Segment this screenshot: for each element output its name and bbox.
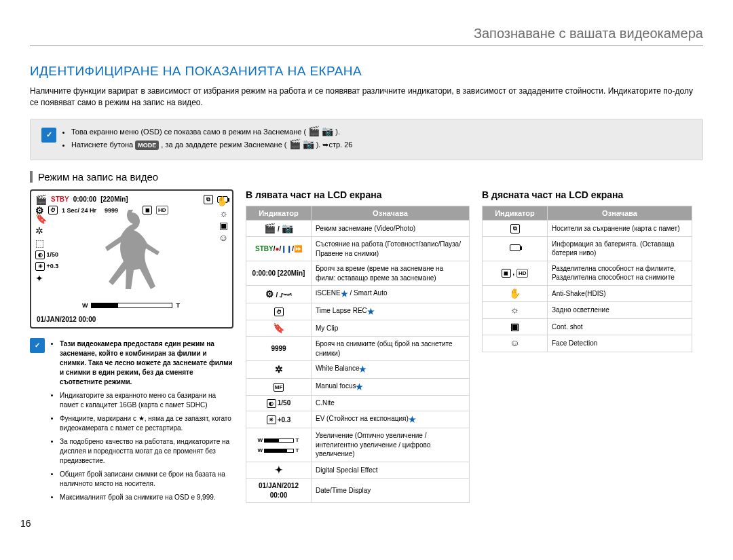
sub-notes: ✓ Тази видеокамера предоставя един режим… [30, 338, 233, 502]
mode-pill: MODE [135, 141, 159, 150]
cell-indicator: 0:00:00 [220Min] [246, 261, 312, 286]
cell-meaning: Manual focus★ [312, 378, 470, 395]
photo-icon: 📷 [282, 223, 293, 233]
sub-note-item: Функциите, маркирани с ★, няма да се зап… [60, 414, 233, 433]
cell-meaning: Брояч на снимките (общ брой на заснетите… [312, 337, 470, 361]
left-lcd-title: В лявата част на LCD екрана [246, 189, 470, 200]
th-meaning: Означава [312, 206, 470, 220]
smart-icon: ᔑᵐᵃʳᵗ [280, 293, 292, 299]
backlight-icon: ☼ [219, 208, 228, 218]
note-item: Натиснете бутона MODE , за да зададете р… [71, 139, 692, 151]
card-icon: ⧉ [510, 224, 520, 234]
myclip-icon: 🔖 [35, 214, 58, 223]
cell-meaning: iSCENE★ / Smart Auto [312, 286, 470, 303]
hd-icon: HD [516, 269, 529, 278]
right-icon-stack: ✋ ☼ ▣ ☺ [217, 196, 228, 242]
sub-note-item: Индикаторите за екранното меню са базира… [60, 391, 233, 410]
stby-label: STBY [51, 195, 69, 203]
ev-icon: ☀ [267, 415, 276, 424]
cell-meaning: Режим заснемане (Video/Photo) [312, 220, 470, 237]
cell-meaning: Anti-Shake(HDIS) [548, 285, 692, 302]
gear-icon: ⚙ [265, 289, 274, 299]
cell-indicator: 01/JAN/2012 00:00 [246, 479, 312, 503]
cell-meaning: Информация за батерията. (Оставаща батер… [548, 236, 692, 261]
cell-meaning: Задно осветление [548, 302, 692, 319]
video-icon: 🎬 [264, 223, 276, 233]
note-icon: ✓ [41, 128, 56, 143]
wb-icon: ✲ [35, 226, 58, 236]
datetime-overlay: 01/JAN/2012 00:00 [37, 316, 96, 323]
cell-meaning: My Clip [312, 320, 470, 337]
th-indicator: Индикатор [246, 206, 312, 220]
sub-note-item: Общият брой записани снимки се брои на б… [60, 470, 233, 489]
timelapse-icon: ⏱ [274, 307, 284, 316]
myclip-icon: 🔖 [273, 323, 284, 333]
sub-note-item: За подобрено качество на работата, индик… [60, 437, 233, 466]
left-indicator-table: ИндикаторОзначава 🎬 / 📷Режим заснемане (… [246, 206, 470, 503]
section-header: Режим на запис на видео [30, 171, 703, 183]
cell-meaning: Date/Time Display [312, 479, 470, 503]
mf-icon: MF [274, 383, 284, 392]
page-number: 16 [20, 518, 31, 529]
photo-icon: 📷 [322, 126, 333, 136]
cell-indicator: 9999 [246, 337, 312, 361]
zoom-bar [91, 303, 172, 308]
sub-note-item: Максималният брой за снимките на OSD е 9… [60, 493, 233, 502]
note-box: ✓ Това екранно меню (OSD) се показва сам… [30, 119, 703, 160]
contshot-icon: ▣ [219, 221, 228, 230]
th-indicator: Индикатор [483, 206, 548, 220]
card-icon: ⧉ [204, 195, 213, 204]
timelapse-value: 1 Sec/ 24 Hr [62, 207, 96, 214]
page-title: ИДЕНТИФИЦИРАНЕ НА ПОКАЗАНИЯТА НА ЕКРАНА [30, 64, 703, 79]
mf-icon: ⬚ [35, 238, 58, 248]
dse-icon: ✦ [275, 465, 283, 474]
chapter-title: Запознаване с вашата видеокамера [30, 26, 703, 41]
video-icon: 🎬 [289, 139, 301, 149]
note-icon: ✓ [30, 338, 45, 353]
video-icon: 🎬 [308, 126, 320, 136]
left-icon-stack: 🔖 ✲ ⬚ ◐ 1/50 ☀ +0.3 ✦ [35, 214, 58, 283]
cell-meaning: Носители за съхранение (карта с памет) [548, 220, 692, 236]
divider [30, 45, 703, 46]
lcd-preview: 🎬 STBY 0:00:00 [220Min] ⧉ ⚙ ⏱ 1 Sec/ 24 … [30, 189, 233, 329]
zoom-bar-mini [264, 438, 294, 443]
antishake-icon: ✋ [509, 288, 521, 298]
cell-meaning: C.Nite [312, 395, 470, 411]
face-icon: ☺ [510, 338, 519, 348]
ev-row: ☀ +0.3 [35, 262, 58, 271]
cell-meaning: Разделителна способност на филмите, Разд… [548, 261, 692, 285]
battery-icon [510, 244, 521, 251]
cell-meaning: Time Lapse REC★ [312, 303, 470, 320]
note-item: Това екранно меню (OSD) се показва само … [71, 126, 692, 138]
right-indicator-table: ИндикаторОзначава ⧉Носители за съхранени… [482, 206, 692, 352]
cell-meaning: Брояч за време (време на заснемане на фи… [312, 261, 470, 286]
cell-meaning: EV (Стойност на експонация)★ [312, 411, 470, 428]
wb-icon: ✲ [275, 365, 283, 374]
cell-meaning: Face Detection [548, 335, 692, 352]
contshot-icon: ▣ [510, 322, 519, 331]
face-icon: ☺ [219, 233, 228, 242]
res-icon: ◼ [502, 269, 511, 278]
remaining-time: [220Min] [100, 195, 128, 203]
cell-meaning: White Balance★ [312, 361, 470, 378]
backlight-icon: ☼ [510, 305, 519, 314]
cell-meaning: Състояние на работа (Готовност/запис/Пау… [312, 237, 470, 261]
zoom-bar-mini [264, 449, 294, 453]
cell-meaning: Cont. shot [548, 318, 692, 335]
cnite-row: ◐ 1/50 [35, 250, 58, 259]
sub-note-item: Тази видеокамера предоставя един режим н… [60, 339, 233, 387]
dse-icon: ✦ [35, 274, 58, 283]
time-counter: 0:00:00 [73, 195, 96, 203]
antishake-icon: ✋ [217, 196, 228, 206]
cell-meaning: Digital Special Effect [312, 462, 470, 479]
th-meaning: Означава [548, 206, 692, 220]
silhouette-graphic [94, 210, 169, 291]
video-icon: 🎬 [35, 195, 47, 204]
intro-paragraph: Наличните функции варират в зависимост о… [30, 86, 703, 109]
right-lcd-title: В дясната част на LCD екрана [482, 189, 692, 200]
photo-icon: 📷 [303, 139, 314, 149]
cell-meaning: Увеличение (Оптично увеличение / интелиг… [312, 428, 470, 462]
cnite-icon: ◐ [267, 399, 276, 408]
